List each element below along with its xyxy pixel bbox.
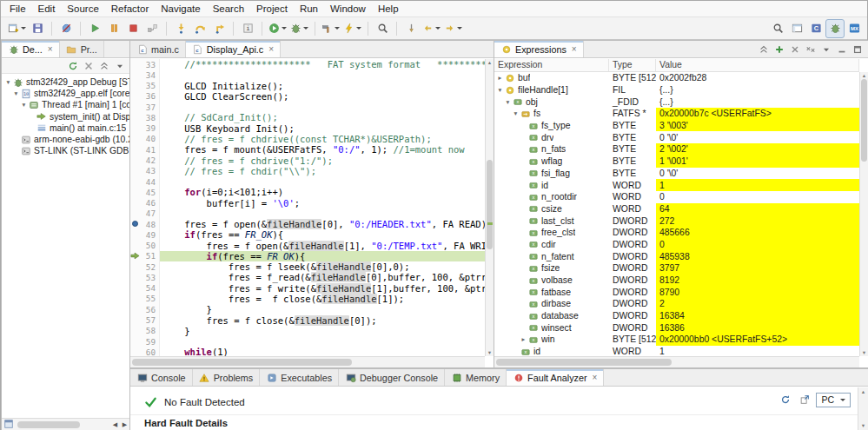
expression-value[interactable]: 16386 xyxy=(656,321,859,334)
code-line[interactable]: 58 } xyxy=(130,326,485,336)
code-line[interactable]: 51 if(fres == FR_OK){ xyxy=(130,251,485,261)
open-perspective-button[interactable] xyxy=(787,19,806,38)
expression-row[interactable]: xn_fatentDWORD485938 xyxy=(494,250,859,262)
scrollbar-thumb[interactable] xyxy=(487,160,493,249)
remove-all-button[interactable] xyxy=(803,42,818,57)
expression-value[interactable]: 64 xyxy=(656,203,859,215)
expression-row[interactable]: xn_rootdirWORD0 xyxy=(494,191,859,203)
editor-gutter[interactable] xyxy=(130,272,141,282)
refresh-button[interactable] xyxy=(778,392,793,407)
debug-tree-item[interactable]: ▾stm32f429_app Debug [STM3 xyxy=(2,76,129,88)
code-line[interactable]: 38 // SdCard_Init(); xyxy=(130,112,485,122)
expression-row[interactable]: xidWORD1 xyxy=(494,346,859,356)
tree-toggle-icon[interactable]: ▾ xyxy=(12,89,20,97)
disconnect-button[interactable] xyxy=(142,19,162,38)
save-button[interactable] xyxy=(28,19,47,38)
view-tab-executables[interactable]: Executables xyxy=(260,369,339,386)
search-button[interactable] xyxy=(768,19,787,38)
expression-value[interactable]: 485666 xyxy=(656,227,859,239)
tree-toggle-icon[interactable]: ▸ xyxy=(520,335,527,343)
expression-value[interactable]: 0x20000b7c <USERFatFS> xyxy=(656,108,859,120)
tree-toggle-icon[interactable]: ▾ xyxy=(4,78,12,86)
editor-gutter[interactable] xyxy=(130,336,141,347)
expression-row[interactable]: xdatabaseDWORD16384 xyxy=(494,310,859,322)
code-line[interactable]: 37 xyxy=(130,102,485,112)
scroll-right-icon[interactable]: ▶ xyxy=(120,420,129,430)
menu-file[interactable]: File xyxy=(3,2,32,16)
menu-run[interactable]: Run xyxy=(294,2,324,16)
expression-row[interactable]: ▾fileHandle[1]FIL{...} xyxy=(494,84,859,96)
menu-help[interactable]: Help xyxy=(372,2,405,16)
expression-value[interactable]: 1 '\001' xyxy=(656,155,859,168)
build-button[interactable] xyxy=(320,19,341,38)
editor-gutter[interactable] xyxy=(130,91,141,102)
collapse-all-button[interactable] xyxy=(96,58,112,74)
view-menu-button[interactable] xyxy=(818,42,834,57)
minimize-button[interactable] xyxy=(834,42,850,57)
code-line[interactable]: 46 buffer[i] = '\0'; xyxy=(130,197,485,208)
tree-toggle-icon[interactable]: ▾ xyxy=(512,109,520,117)
expression-row[interactable]: ▸xwinBYTE [512]0x20000bb0 <USERFatFS+52> xyxy=(494,334,859,346)
debug-tree-item[interactable]: ST-LINK (ST-LINK GDB ser xyxy=(2,145,129,156)
expression-row[interactable]: ▾fsFATFS *0x20000b7c <USERFatFS> xyxy=(494,108,859,120)
vertical-scrollbar[interactable]: ▲ ▼ xyxy=(858,387,868,430)
code-line[interactable]: 45 for(i=0;i<101;i++) xyxy=(130,187,485,197)
expression-value[interactable]: 3 '\003' xyxy=(656,120,859,132)
close-icon[interactable]: × xyxy=(593,373,598,382)
editor-gutter[interactable] xyxy=(130,81,141,91)
scroll-left-icon[interactable]: ◀ xyxy=(110,420,120,430)
editor-gutter[interactable] xyxy=(130,283,141,294)
back-button[interactable] xyxy=(421,19,442,38)
editor-gutter[interactable] xyxy=(130,69,141,80)
expression-row[interactable]: ▸bufBYTE [512]0x2002fb28 xyxy=(494,72,859,84)
expression-value[interactable]: 1 xyxy=(656,346,859,356)
expression-value[interactable]: 0x2002fb28 xyxy=(656,72,859,84)
c-cpp-perspective-button[interactable]: C xyxy=(806,19,825,38)
menu-project[interactable]: Project xyxy=(250,2,294,16)
view-tab-problems[interactable]: Problems xyxy=(193,369,261,386)
editor-tab-main-c[interactable]: cmain.c xyxy=(130,41,186,57)
remove-terminated-button[interactable] xyxy=(81,58,96,74)
editor-gutter[interactable] xyxy=(130,59,141,69)
last-edit-location-button[interactable] xyxy=(401,19,421,38)
expression-row[interactable]: xidWORD1 xyxy=(494,179,859,191)
debug-button[interactable] xyxy=(288,19,310,38)
code-line[interactable]: 43 // fres = f_chdir("\\"); xyxy=(130,166,485,176)
code-line[interactable]: 35 GLCD_Initialize(); xyxy=(130,81,485,91)
expression-row[interactable]: xwinsectDWORD16386 xyxy=(494,321,859,334)
step-return-button[interactable] xyxy=(209,19,229,38)
column-header-expression[interactable]: Expression xyxy=(494,59,609,71)
scroll-down-icon[interactable]: ▼ xyxy=(486,350,494,355)
expression-row[interactable]: xlast_clstDWORD272 xyxy=(494,215,859,227)
editor-gutter[interactable] xyxy=(130,144,141,155)
code-line[interactable]: 44 xyxy=(130,176,485,187)
editor-gutter[interactable] xyxy=(130,166,141,176)
expression-row[interactable]: xdrvBYTE0 '\0' xyxy=(494,131,859,143)
vertical-scrollbar[interactable]: ▲ ▼ xyxy=(485,59,494,356)
tree-toggle-icon[interactable]: ▸ xyxy=(496,74,504,82)
tree-toggle-icon[interactable]: ▾ xyxy=(504,98,512,106)
suspend-button[interactable] xyxy=(104,19,123,38)
debug-tree-item[interactable]: ▾Thread #1 [main] 1 [co xyxy=(2,99,129,110)
maximize-button[interactable] xyxy=(850,42,865,57)
expression-row[interactable]: xcsizeWORD64 xyxy=(494,203,859,215)
search-files-button[interactable] xyxy=(373,19,392,38)
code-line[interactable]: 50 fres = f_open(&fileHandle[1], "0:/TEM… xyxy=(130,241,485,251)
scroll-down-icon[interactable]: ▼ xyxy=(858,423,868,428)
expression-value[interactable]: 485938 xyxy=(656,250,859,262)
code-editor[interactable]: 33 //********************* FAT system fo… xyxy=(130,59,485,356)
editor-gutter[interactable] xyxy=(130,208,141,219)
debug-perspective-button[interactable] xyxy=(825,19,845,38)
forward-button[interactable] xyxy=(442,19,464,38)
expression-row[interactable]: xwflagBYTE1 '\001' xyxy=(494,155,859,168)
code-line[interactable]: 42 // fres = f_chdrive("1:/"); xyxy=(130,155,485,165)
code-line[interactable]: 59 xyxy=(130,336,485,347)
editor-gutter[interactable] xyxy=(130,229,141,240)
code-line[interactable]: 57 fres = f_close(&fileHandle[0]); xyxy=(130,314,485,325)
code-line[interactable]: 47 xyxy=(130,208,485,219)
run-button[interactable] xyxy=(267,19,288,38)
menu-window[interactable]: Window xyxy=(324,2,372,16)
device-config-perspective-button[interactable]: MX xyxy=(845,19,864,38)
editor-tab-display-api-c[interactable]: cDisplay_Api.c× xyxy=(186,41,281,57)
code-line[interactable]: 55 fres = f_close(&fileHandle[1]); xyxy=(130,294,485,304)
